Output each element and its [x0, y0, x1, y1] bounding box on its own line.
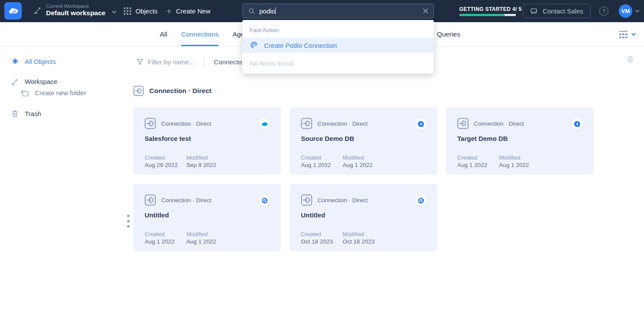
grid-icon: [124, 7, 131, 15]
connection-card[interactable]: Connection · Direct Untitled Created Oct…: [290, 184, 437, 251]
nav-objects-label: Objects: [135, 7, 158, 15]
cloud-logo-icon: [7, 5, 19, 17]
sidebar-item-workspace[interactable]: Workspace: [0, 77, 133, 86]
workspace-text: Current Workspace Default workspace: [46, 3, 106, 17]
main-content: Filter by name... Connector Connection ·…: [133, 47, 644, 251]
sidebar-resize-handle[interactable]: [127, 215, 129, 227]
created-column: Created Aug 29 2022: [145, 154, 186, 168]
card-type-label: Connection · Direct: [161, 197, 211, 204]
connection-card[interactable]: Connection · Direct Untitled Created Aug…: [133, 184, 281, 251]
connection-type-icon: [145, 194, 156, 206]
nav-create-new-button[interactable]: + Create New: [166, 0, 210, 22]
create-podio-connection-item[interactable]: Create Podio Connection: [242, 38, 434, 53]
modified-label: Modified: [499, 154, 541, 161]
flag-icon: [11, 77, 19, 86]
filter-by-name-input[interactable]: Filter by name...: [148, 58, 195, 66]
workspace-name: Default workspace: [46, 9, 106, 17]
clear-search-icon[interactable]: [423, 8, 428, 13]
group-section-title: Connection · Direct: [149, 87, 211, 95]
asterisk-icon: ✱: [12, 58, 18, 65]
workspace-eyebrow: Current Workspace: [46, 3, 106, 9]
contact-sales-button[interactable]: Contact Sales: [523, 4, 591, 18]
navbar-divider: [114, 6, 115, 17]
tab-connections[interactable]: Connections: [181, 22, 218, 46]
nav-objects-button[interactable]: Objects: [124, 0, 158, 22]
nav-create-new-label: Create New: [176, 7, 210, 15]
user-avatar[interactable]: VM: [619, 4, 632, 18]
getting-started-progress-track: [459, 14, 516, 16]
card-type-label: Connection · Direct: [161, 120, 211, 127]
modified-label: Modified: [343, 231, 384, 237]
bigquery-icon: [261, 197, 269, 205]
card-type-row: Connection · Direct: [145, 118, 211, 129]
connection-card[interactable]: Connection · Direct Target Demo DB Creat…: [446, 107, 594, 175]
salesforce-icon: [259, 118, 270, 130]
tab-queries[interactable]: Queries: [437, 22, 460, 46]
contact-sales-label: Contact Sales: [543, 7, 583, 15]
modified-label: Modified: [343, 154, 384, 161]
card-type-row: Connection · Direct: [301, 194, 368, 206]
sidebar-item-create-new-folder[interactable]: Create new folder: [0, 88, 133, 97]
connection-card[interactable]: Connection · Direct Source Demo DB Creat…: [290, 107, 437, 175]
sidebar-item-trash[interactable]: Trash: [0, 109, 133, 118]
modified-value: Aug 1 2022: [499, 162, 541, 168]
modified-value: Aug 1 2022: [186, 238, 228, 245]
view-mode-chevron-icon: [631, 33, 636, 36]
connection-type-icon: [145, 118, 156, 129]
filter-divider: [204, 57, 205, 67]
created-column: Created Aug 1 2022: [301, 154, 343, 168]
view-mode-icon: [619, 30, 628, 39]
created-label: Created: [301, 231, 343, 237]
top-navbar: Current Workspace Default workspace Obje…: [0, 0, 644, 22]
connection-type-icon: [133, 86, 144, 96]
sidebar-item-label: Create new folder: [35, 89, 86, 97]
bigquery-icon: [417, 197, 425, 205]
view-mode-switcher[interactable]: [619, 22, 636, 47]
modified-column: Modified Aug 1 2022: [499, 154, 541, 168]
modified-column: Modified Aug 1 2022: [186, 231, 228, 245]
workspace-flag-icon: [33, 5, 43, 15]
filter-funnel-icon[interactable]: [136, 58, 144, 66]
app-logo[interactable]: [4, 2, 22, 20]
help-icon[interactable]: ?: [599, 7, 608, 16]
group-section-header: Connection · Direct: [133, 86, 644, 96]
delete-drop-trash-icon[interactable]: [626, 55, 634, 64]
card-meta: Created Aug 1 2022 Modified Aug 1 2022: [457, 154, 541, 168]
demo-db-icon: [415, 118, 426, 130]
modified-column: Modified Oct 18 2023: [343, 231, 384, 245]
demo-db-icon: [571, 118, 583, 130]
search-results-dropdown: Fast Action Create Podio Connection No i…: [242, 20, 434, 73]
getting-started-label: GETTING STARTED 4/ 5: [459, 6, 516, 12]
global-search-input[interactable]: podio: [242, 3, 434, 18]
modified-value: Aug 1 2022: [343, 162, 384, 168]
sidebar-item-label: Trash: [25, 110, 41, 117]
text-caret: [275, 7, 276, 14]
connection-card[interactable]: Connection · Direct Salesforce test Crea…: [133, 107, 281, 175]
modified-column: Modified Sep 8 2022: [186, 154, 228, 168]
created-column: Created Aug 1 2022: [145, 231, 186, 245]
modified-label: Modified: [186, 154, 228, 161]
created-column: Created Oct 18 2023: [301, 231, 343, 245]
tab-all[interactable]: All: [160, 22, 167, 46]
workspace-selector[interactable]: Current Workspace Default workspace: [33, 3, 117, 17]
created-value: Aug 1 2022: [457, 162, 499, 168]
connector-filter-label: Connector: [214, 58, 244, 66]
no-items-found-label: No items found: [242, 53, 434, 73]
card-type-row: Connection · Direct: [457, 118, 524, 129]
demo-db-icon: [417, 120, 425, 128]
card-title: Target Demo DB: [457, 135, 508, 142]
card-meta: Created Oct 18 2023 Modified Oct 18 2023: [301, 231, 384, 245]
sidebar-item-label: Workspace: [25, 78, 57, 85]
sidebar-item-all-objects[interactable]: ✱ All Objects: [0, 57, 133, 66]
card-title: Source Demo DB: [301, 135, 354, 142]
avatar-initials: VM: [621, 8, 630, 14]
create-podio-connection-label: Create Podio Connection: [264, 42, 337, 49]
card-type-row: Connection · Direct: [145, 194, 211, 206]
created-label: Created: [457, 154, 499, 161]
avatar-chevron-down-icon[interactable]: [635, 10, 640, 13]
left-sidebar: ✱ All Objects Workspace Create new folde…: [0, 47, 133, 118]
modified-column: Modified Aug 1 2022: [343, 154, 384, 168]
trash-icon: [11, 110, 19, 118]
getting-started-widget[interactable]: GETTING STARTED 4/ 5: [459, 6, 516, 16]
created-label: Created: [145, 154, 186, 161]
